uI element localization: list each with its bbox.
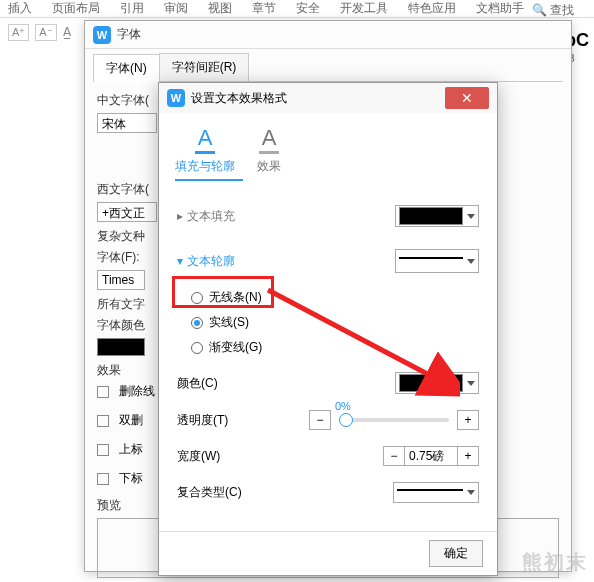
close-icon[interactable]: ✕	[445, 87, 489, 109]
width-plus[interactable]: +	[457, 446, 479, 466]
app-icon: W	[167, 89, 185, 107]
ribbon-tab[interactable]: 视图	[208, 0, 232, 17]
app-icon: W	[93, 26, 111, 44]
opacity-plus[interactable]: +	[457, 410, 479, 430]
ribbon-tab[interactable]: 插入	[8, 0, 32, 17]
chevron-down-icon	[467, 490, 475, 495]
width-minus[interactable]: −	[383, 446, 405, 466]
radio-gradient-line[interactable]: 渐变线(G)	[191, 339, 479, 356]
fx-title-bar: W 设置文本效果格式 ✕	[159, 83, 497, 113]
fill-letter-icon: A	[195, 125, 215, 154]
opacity-slider[interactable]: 0%	[339, 418, 449, 422]
decrease-font-icon[interactable]: A⁻	[35, 24, 56, 41]
section-text-fill[interactable]: ▸ 文本填充	[177, 208, 235, 225]
width-label: 宽度(W)	[177, 448, 220, 465]
section-text-outline[interactable]: ▾ 文本轮廓	[177, 253, 235, 270]
opacity-label: 透明度(T)	[177, 412, 228, 429]
outline-preview-picker[interactable]	[395, 249, 479, 273]
tab-font[interactable]: 字体(N)	[93, 54, 160, 82]
fx-title: 设置文本效果格式	[191, 90, 287, 107]
chevron-down-icon	[467, 381, 475, 386]
opacity-minus[interactable]: −	[309, 410, 331, 430]
ribbon-tab[interactable]: 引用	[120, 0, 144, 17]
cn-font-field[interactable]: 宋体	[97, 113, 157, 133]
west-font-label: 西文字体(	[97, 181, 167, 198]
ribbon-tab[interactable]: 审阅	[164, 0, 188, 17]
effect-letter-icon: A	[259, 125, 279, 154]
chevron-down-icon	[467, 259, 475, 264]
complex-font-label: 字体(F):	[97, 249, 167, 266]
color-label: 颜色(C)	[177, 375, 218, 392]
compound-label: 复合类型(C)	[177, 484, 242, 501]
width-field[interactable]: 0.75磅	[405, 446, 457, 466]
font-color-icon[interactable]: A̲	[63, 25, 71, 39]
radio-solid-line[interactable]: 实线(S)	[191, 314, 479, 331]
cn-font-label: 中文字体(	[97, 92, 167, 109]
text-effect-dialog: W 设置文本效果格式 ✕ A 填充与轮廓 A 效果 ▸ 文本填充 ▾ 文本轮廓 …	[158, 82, 498, 576]
search-box[interactable]: 🔍 查找	[532, 2, 574, 19]
west-font-field[interactable]: +西文正	[97, 202, 157, 222]
ribbon-tab[interactable]: 页面布局	[52, 0, 100, 17]
ribbon-tab[interactable]: 开发工具	[340, 0, 388, 17]
opacity-value: 0%	[335, 400, 351, 412]
fill-color-picker[interactable]	[395, 205, 479, 227]
ribbon: 插入 页面布局 引用 审阅 视图 章节 安全 开发工具 特色应用 文档助手	[0, 0, 594, 18]
outline-color-picker[interactable]	[395, 372, 479, 394]
ribbon-tab[interactable]: 特色应用	[408, 0, 456, 17]
radio-no-line[interactable]: 无线条(N)	[191, 289, 479, 306]
chevron-down-icon	[467, 214, 475, 219]
mode-fill-outline[interactable]: A 填充与轮廓	[175, 125, 235, 175]
ribbon-tab[interactable]: 文档助手	[476, 0, 524, 17]
font-color-label: 字体颜色	[97, 317, 167, 334]
complex-font-field[interactable]: Times	[97, 270, 145, 290]
fx-ok-button[interactable]: 确定	[429, 540, 483, 567]
font-color-swatch[interactable]	[97, 338, 145, 356]
font-dialog-tabs: 字体(N) 字符间距(R)	[93, 53, 563, 82]
font-dialog-title: W 字体	[85, 21, 571, 49]
tab-spacing[interactable]: 字符间距(R)	[159, 53, 250, 81]
compound-type-picker[interactable]	[393, 482, 479, 503]
watermark: 熊初末	[522, 549, 588, 576]
increase-font-icon[interactable]: A⁺	[8, 24, 29, 41]
mode-effects[interactable]: A 效果	[257, 125, 281, 175]
ribbon-tab[interactable]: 安全	[296, 0, 320, 17]
fx-mode-tabs: A 填充与轮廓 A 效果	[159, 113, 497, 179]
ribbon-tab[interactable]: 章节	[252, 0, 276, 17]
